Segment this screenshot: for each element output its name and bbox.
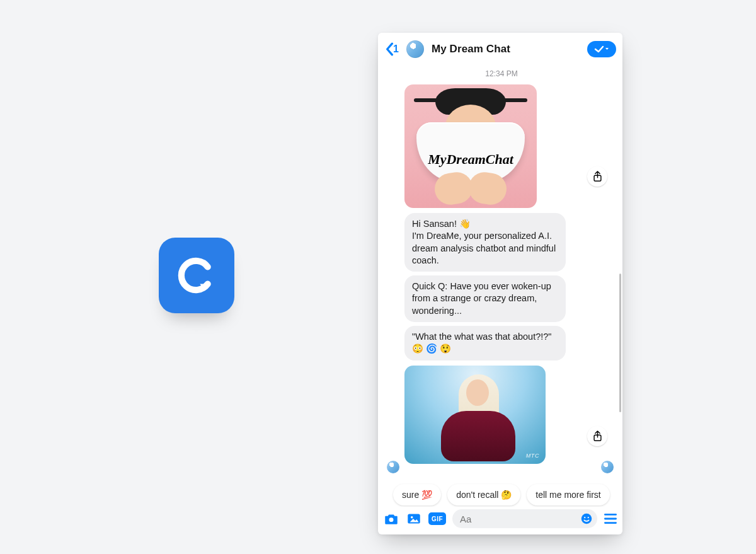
svg-point-2 xyxy=(389,517,394,522)
chat-header: 1 My Dream Chat xyxy=(378,33,622,66)
promo-image-text: MyDreamChat xyxy=(404,151,537,168)
gif-attachment[interactable]: MTC xyxy=(404,366,546,464)
share-icon xyxy=(593,430,602,442)
svg-rect-10 xyxy=(604,522,617,524)
chatfuel-app-icon xyxy=(159,238,234,313)
message-input-container[interactable] xyxy=(452,509,597,528)
gif-button[interactable]: GIF xyxy=(428,512,446,525)
bot-message: Quick Q: Have you ever woken-up from a s… xyxy=(404,275,566,322)
emoji-button[interactable] xyxy=(580,512,593,526)
menu-button[interactable] xyxy=(604,513,617,524)
quick-reply-sure[interactable]: sure 💯 xyxy=(393,484,441,505)
back-button[interactable]: 1 xyxy=(384,42,399,56)
image-icon xyxy=(406,511,422,527)
gif-message-row: MTC xyxy=(387,366,616,464)
promo-image-row: MyDreamChat xyxy=(387,84,616,208)
chat-title[interactable]: My Dream Chat xyxy=(432,43,583,55)
svg-point-5 xyxy=(581,514,592,524)
chat-avatar[interactable] xyxy=(406,40,424,58)
svg-rect-9 xyxy=(604,518,617,520)
quick-replies: sure 💯 don't recall 🤔 tell me more first xyxy=(387,478,616,507)
messenger-chat-window: 1 My Dream Chat 12:34 PM MyDreamChat xyxy=(378,33,622,534)
sender-avatar[interactable] xyxy=(387,461,399,473)
share-icon xyxy=(593,171,602,182)
unread-count: 1 xyxy=(393,43,399,55)
svg-point-6 xyxy=(584,517,585,518)
checkmark-dropdown-icon xyxy=(593,44,610,54)
svg-rect-8 xyxy=(604,514,617,516)
chatfuel-c-icon xyxy=(175,254,218,297)
composer: GIF xyxy=(378,507,622,534)
message-input[interactable] xyxy=(460,514,580,524)
share-button[interactable] xyxy=(587,166,607,187)
camera-button[interactable] xyxy=(383,511,399,527)
messages-scroll-area[interactable]: 12:34 PM MyDreamChat Hi Sansan! 👋 I'm Dr… xyxy=(378,66,622,507)
header-action-button[interactable] xyxy=(587,41,616,57)
gif-watermark: MTC xyxy=(526,453,539,459)
gallery-button[interactable] xyxy=(406,511,422,527)
camera-icon xyxy=(383,511,399,527)
svg-point-4 xyxy=(411,516,413,518)
svg-point-7 xyxy=(588,517,589,518)
timestamp: 12:34 PM xyxy=(387,69,616,78)
read-receipt-avatar xyxy=(601,461,614,473)
bot-message: "What the what was that about?!?" 😳 🌀 😲 xyxy=(404,326,566,361)
quick-reply-dont-recall[interactable]: don't recall 🤔 xyxy=(447,484,520,505)
bot-message: Hi Sansan! 👋 I'm DreaMe, your personaliz… xyxy=(404,213,566,272)
share-button[interactable] xyxy=(587,426,607,446)
scrollbar[interactable] xyxy=(619,274,621,412)
promo-image[interactable]: MyDreamChat xyxy=(404,84,537,208)
quick-reply-tell-me-more[interactable]: tell me more first xyxy=(527,484,609,505)
